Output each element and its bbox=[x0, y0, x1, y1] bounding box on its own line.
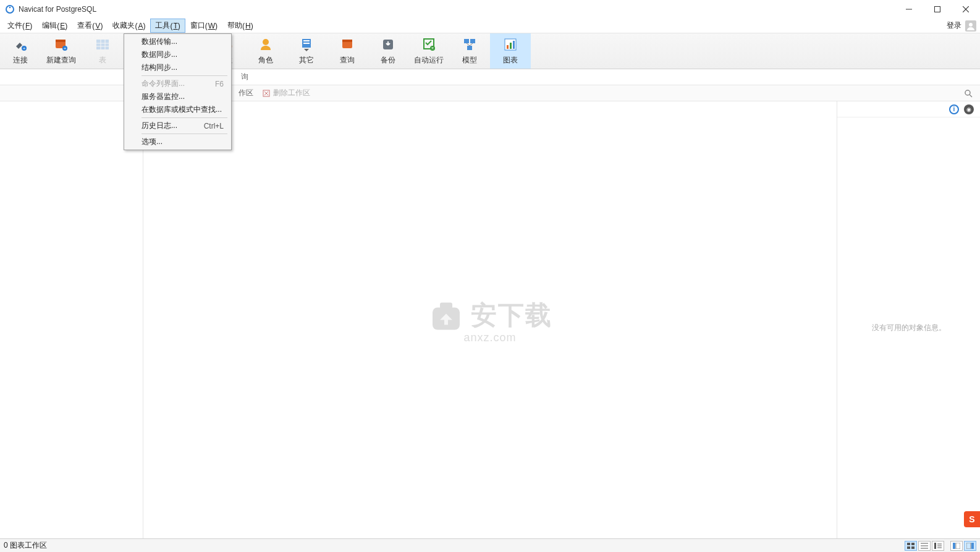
svg-rect-35 bbox=[507, 45, 509, 49]
table-icon bbox=[95, 36, 111, 53]
menu-file[interactable]: 文件(F) bbox=[2, 19, 37, 33]
object-tab[interactable]: 询 bbox=[232, 69, 257, 85]
menu-help[interactable]: 帮助(H) bbox=[222, 19, 258, 33]
tools-dropdown: 数据传输... 数据同步... 结构同步... 命令列界面...F6 服务器监控… bbox=[124, 33, 232, 150]
menu-server-monitor[interactable]: 服务器监控... bbox=[125, 90, 230, 103]
svg-rect-48 bbox=[911, 546, 915, 549]
svg-rect-25 bbox=[342, 40, 352, 42]
svg-line-33 bbox=[470, 43, 473, 46]
close-button[interactable] bbox=[952, 0, 980, 19]
menu-tools[interactable]: 工具(T) bbox=[150, 19, 185, 33]
watermark-text-big: 安下载 bbox=[471, 297, 552, 332]
svg-line-42 bbox=[969, 95, 972, 97]
toolbar-autorun[interactable]: 自动运行 bbox=[408, 33, 449, 69]
search-button[interactable] bbox=[964, 89, 975, 98]
delete-workspace-button[interactable]: 删除工作区 bbox=[262, 88, 310, 98]
svg-rect-3 bbox=[935, 7, 940, 12]
svg-rect-52 bbox=[934, 543, 936, 549]
info-panel-empty: 没有可用的对象信息。 bbox=[837, 117, 980, 538]
svg-point-41 bbox=[965, 90, 970, 95]
view-grid-button[interactable] bbox=[905, 541, 917, 551]
svg-point-20 bbox=[263, 39, 269, 45]
menu-favorites[interactable]: 收藏夹(A) bbox=[108, 19, 150, 33]
menu-history-log[interactable]: 历史日志...Ctrl+L bbox=[125, 119, 230, 132]
svg-point-6 bbox=[969, 23, 973, 27]
other-icon bbox=[298, 36, 315, 53]
toggle-info-button[interactable] bbox=[964, 541, 976, 551]
svg-rect-56 bbox=[953, 543, 955, 549]
svg-rect-10 bbox=[56, 40, 65, 42]
svg-rect-37 bbox=[513, 41, 515, 49]
titlebar: Navicat for PostgreSQL bbox=[0, 0, 980, 19]
connection-tree[interactable] bbox=[0, 101, 143, 538]
login-area[interactable]: 登录 bbox=[947, 19, 980, 33]
menu-data-transfer[interactable]: 数据传输... bbox=[125, 35, 230, 48]
toolbar-connect[interactable]: + 连接 bbox=[0, 33, 41, 69]
toolbar-role[interactable]: 角色 bbox=[245, 33, 286, 69]
menu-find-in-db[interactable]: 在数据库或模式中查找... bbox=[125, 103, 230, 116]
toolbar-model[interactable]: 模型 bbox=[449, 33, 490, 69]
menu-data-sync[interactable]: 数据同步... bbox=[125, 48, 230, 61]
view-detail-button[interactable] bbox=[932, 541, 944, 551]
info-icon[interactable]: i bbox=[949, 104, 959, 114]
role-icon bbox=[258, 36, 274, 53]
newquery-icon: + bbox=[53, 36, 69, 53]
toolbar-chart[interactable]: 图表 bbox=[490, 33, 531, 69]
maximize-button[interactable] bbox=[923, 0, 952, 19]
view-mode-buttons bbox=[905, 541, 976, 551]
minimize-button[interactable] bbox=[895, 0, 923, 19]
menu-edit[interactable]: 编辑(E) bbox=[37, 19, 72, 33]
svg-rect-23 bbox=[303, 43, 310, 44]
menu-options[interactable]: 选项... bbox=[125, 135, 230, 148]
svg-rect-36 bbox=[510, 43, 512, 49]
svg-line-32 bbox=[467, 43, 470, 46]
menu-separator bbox=[142, 75, 227, 76]
menu-window[interactable]: 窗口(W) bbox=[185, 19, 222, 33]
status-text: 0 图表工作区 bbox=[4, 540, 47, 551]
autorun-icon bbox=[421, 36, 437, 53]
toolbar-query[interactable]: 查询 bbox=[327, 33, 368, 69]
view-list-button[interactable] bbox=[918, 541, 931, 551]
workspace-label-fragment: 作区 bbox=[239, 88, 253, 98]
watermark: 安下载 anxz.com bbox=[428, 296, 552, 344]
svg-rect-45 bbox=[907, 543, 910, 545]
menu-view[interactable]: 查看(V) bbox=[72, 19, 108, 33]
toggle-tree-button[interactable] bbox=[950, 541, 963, 551]
svg-rect-59 bbox=[971, 543, 974, 549]
toolbar-table[interactable]: 表 bbox=[82, 33, 123, 69]
toolbar-backup[interactable]: 备份 bbox=[368, 33, 408, 69]
svg-point-1 bbox=[9, 7, 11, 9]
statusbar: 0 图表工作区 bbox=[0, 538, 980, 552]
svg-rect-31 bbox=[467, 46, 472, 50]
svg-rect-58 bbox=[966, 543, 971, 549]
svg-rect-29 bbox=[464, 39, 469, 43]
svg-rect-30 bbox=[470, 39, 475, 43]
svg-text:+: + bbox=[23, 46, 26, 51]
menu-console: 命令列界面...F6 bbox=[125, 77, 230, 90]
model-icon bbox=[462, 36, 478, 53]
ime-badge[interactable]: S bbox=[964, 511, 980, 527]
delete-icon bbox=[262, 89, 271, 98]
center-pane: 安下载 anxz.com bbox=[143, 101, 837, 538]
svg-rect-43 bbox=[433, 307, 460, 329]
preview-icon[interactable]: ◉ bbox=[964, 104, 974, 114]
search-icon bbox=[964, 89, 973, 98]
svg-rect-47 bbox=[907, 546, 910, 549]
window-controls bbox=[895, 0, 980, 19]
window-title: Navicat for PostgreSQL bbox=[19, 5, 895, 14]
menu-separator bbox=[142, 134, 227, 134]
main-area: 安下载 anxz.com i ◉ 没有可用的对象信息。 bbox=[0, 101, 980, 538]
svg-rect-46 bbox=[911, 543, 915, 545]
svg-rect-57 bbox=[956, 543, 960, 549]
chart-icon bbox=[502, 36, 518, 53]
plug-icon: + bbox=[12, 36, 28, 53]
avatar-icon bbox=[965, 20, 976, 32]
svg-rect-44 bbox=[440, 302, 452, 308]
svg-rect-13 bbox=[96, 40, 109, 49]
svg-text:+: + bbox=[64, 46, 67, 51]
backup-icon bbox=[380, 36, 396, 53]
toolbar-other[interactable]: 其它 bbox=[286, 33, 327, 69]
toolbar-newquery[interactable]: + 新建查询 bbox=[41, 33, 82, 69]
query-icon bbox=[339, 36, 355, 53]
menu-structure-sync[interactable]: 结构同步... bbox=[125, 61, 230, 74]
